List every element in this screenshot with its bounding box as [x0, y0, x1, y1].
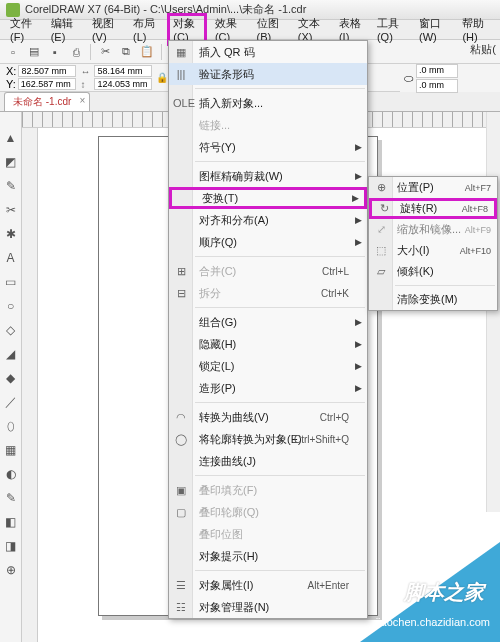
open-icon[interactable]: ▤ — [25, 43, 43, 61]
new-icon[interactable]: ▫ — [4, 43, 22, 61]
tool-18[interactable]: ⊕ — [3, 562, 19, 578]
menu-item-9[interactable]: 对齐和分布(A)▶ — [169, 209, 367, 231]
watermark-url: jiaochen.chazidian.com — [376, 616, 490, 628]
copy-icon[interactable]: ⧉ — [117, 43, 135, 61]
cut-icon[interactable]: ✂ — [96, 43, 114, 61]
tool-7[interactable]: ○ — [3, 298, 19, 314]
submenu-item-6[interactable]: 清除变换(M) — [369, 289, 497, 310]
menu-item-5[interactable]: 符号(Y)▶ — [169, 136, 367, 158]
width-icon: ↔ — [80, 66, 92, 77]
paste-icon[interactable]: 📋 — [138, 43, 156, 61]
menu-label: 连接曲线(J) — [199, 454, 256, 469]
shortcut: Ctrl+L — [322, 266, 349, 277]
save-icon[interactable]: ▪ — [46, 43, 64, 61]
shortcut: Ctrl+K — [321, 288, 349, 299]
menu-item-1[interactable]: |||验证条形码 — [169, 63, 367, 85]
menubar: 文件(F)编辑(E)视图(V)布局(L)对象(C)效果(C)位图(B)文本(X)… — [0, 20, 500, 40]
menu-label: 锁定(L) — [199, 359, 234, 374]
menu-0[interactable]: 文件(F) — [4, 14, 43, 45]
y-input[interactable]: 162.587 mm — [18, 78, 76, 90]
height-icon: ↕ — [80, 79, 92, 90]
tool-15[interactable]: ✎ — [3, 490, 19, 506]
tool-14[interactable]: ◐ — [3, 466, 19, 482]
tool-3[interactable]: ✂ — [3, 202, 19, 218]
menu-11[interactable]: 帮助(H) — [456, 14, 496, 45]
menu-icon: ▣ — [173, 484, 189, 497]
submenu-arrow-icon: ▶ — [355, 142, 362, 152]
shortcut: Alt+F10 — [460, 246, 491, 256]
submenu-label: 清除变换(M) — [397, 292, 458, 307]
tool-0[interactable]: ▲ — [3, 130, 19, 146]
ruler-vertical[interactable] — [22, 128, 38, 642]
menu-2[interactable]: 视图(V) — [86, 14, 125, 45]
tool-8[interactable]: ◇ — [3, 322, 19, 338]
tool-2[interactable]: ✎ — [3, 178, 19, 194]
menu-label: 插入 QR 码 — [199, 45, 255, 60]
submenu-icon: ▱ — [373, 265, 389, 278]
submenu-item-3[interactable]: ⬚大小(I)Alt+F10 — [369, 240, 497, 261]
submenu-item-2[interactable]: ⤢缩放和镜像...Alt+F9 — [369, 219, 497, 240]
submenu-arrow-icon: ▶ — [355, 215, 362, 225]
submenu-icon: ⊕ — [373, 181, 389, 194]
tool-9[interactable]: ◢ — [3, 346, 19, 362]
menu-item-17[interactable]: 锁定(L)▶ — [169, 355, 367, 377]
x-label: X: — [6, 65, 16, 77]
menu-9[interactable]: 工具(Q) — [371, 14, 411, 45]
menu-item-16[interactable]: 隐藏(H)▶ — [169, 333, 367, 355]
menu-10[interactable]: 窗口(W) — [413, 14, 454, 45]
submenu-label: 缩放和镜像... — [397, 222, 461, 237]
width-input[interactable]: 58.164 mm — [94, 65, 152, 77]
tool-4[interactable]: ✱ — [3, 226, 19, 242]
menu-item-18[interactable]: 造形(P)▶ — [169, 377, 367, 399]
submenu-item-4[interactable]: ▱倾斜(K) — [369, 261, 497, 282]
menu-label: 组合(G) — [199, 315, 237, 330]
submenu-item-1[interactable]: ↻旋转(R)Alt+F8 — [369, 198, 497, 219]
outline-2[interactable]: .0 mm — [416, 79, 458, 93]
menu-label: 验证条形码 — [199, 67, 254, 82]
menu-label: 转换为曲线(V) — [199, 410, 269, 425]
vertical-scrollbar[interactable] — [486, 112, 500, 512]
tool-17[interactable]: ◨ — [3, 538, 19, 554]
submenu-label: 倾斜(K) — [397, 264, 434, 279]
submenu-label: 旋转(R) — [400, 201, 437, 216]
x-input[interactable]: 82.507 mm — [18, 65, 76, 77]
print-icon[interactable]: ⎙ — [67, 43, 85, 61]
submenu-arrow-icon: ▶ — [355, 237, 362, 247]
tool-12[interactable]: ⬯ — [3, 418, 19, 434]
menu-label: 对象提示(H) — [199, 549, 258, 564]
menu-1[interactable]: 编辑(E) — [45, 14, 84, 45]
tool-6[interactable]: ▭ — [3, 274, 19, 290]
menu-3[interactable]: 布局(L) — [127, 14, 165, 45]
menu-item-3[interactable]: OLE插入新对象... — [169, 92, 367, 114]
tool-1[interactable]: ◩ — [3, 154, 19, 170]
height-input[interactable]: 124.053 mm — [94, 78, 152, 90]
y-label: Y: — [6, 78, 16, 90]
lock-icon[interactable]: 🔒 — [156, 72, 168, 83]
tool-13[interactable]: ▦ — [3, 442, 19, 458]
tool-11[interactable]: ／ — [3, 394, 19, 410]
submenu-item-0[interactable]: ⊕位置(P)Alt+F7 — [369, 177, 497, 198]
tool-5[interactable]: A — [3, 250, 19, 266]
menu-item-8[interactable]: 变换(T)▶ — [169, 187, 367, 209]
menu-item-0[interactable]: ▦插入 QR 码 — [169, 41, 367, 63]
menu-item-20[interactable]: ◠转换为曲线(V)Ctrl+Q — [169, 406, 367, 428]
menu-item-4: 链接... — [169, 114, 367, 136]
menu-item-21[interactable]: ◯将轮廓转换为对象(E)Ctrl+Shift+Q — [169, 428, 367, 450]
menu-item-15[interactable]: 组合(G)▶ — [169, 311, 367, 333]
menu-icon: ◠ — [173, 411, 189, 424]
menu-item-7[interactable]: 图框精确剪裁(W)▶ — [169, 165, 367, 187]
document-tab[interactable]: 未命名 -1.cdr — [4, 92, 90, 111]
submenu-label: 位置(P) — [397, 180, 434, 195]
right-prop-tools: ⬭ .0 mm .0 mm — [400, 64, 500, 92]
menu-item-10[interactable]: 顺序(Q)▶ — [169, 231, 367, 253]
paste-button[interactable]: 粘贴( — [470, 42, 496, 57]
tool-16[interactable]: ◧ — [3, 514, 19, 530]
menu-label: 图框精确剪裁(W) — [199, 169, 283, 184]
menu-item-13: ⊟拆分Ctrl+K — [169, 282, 367, 304]
menu-item-22[interactable]: 连接曲线(J) — [169, 450, 367, 472]
submenu-arrow-icon: ▶ — [355, 339, 362, 349]
tool-10[interactable]: ◆ — [3, 370, 19, 386]
menu-icon: ☷ — [173, 601, 189, 614]
outline-1[interactable]: .0 mm — [416, 64, 458, 78]
menu-item-25: ▢叠印轮廓(Q) — [169, 501, 367, 523]
